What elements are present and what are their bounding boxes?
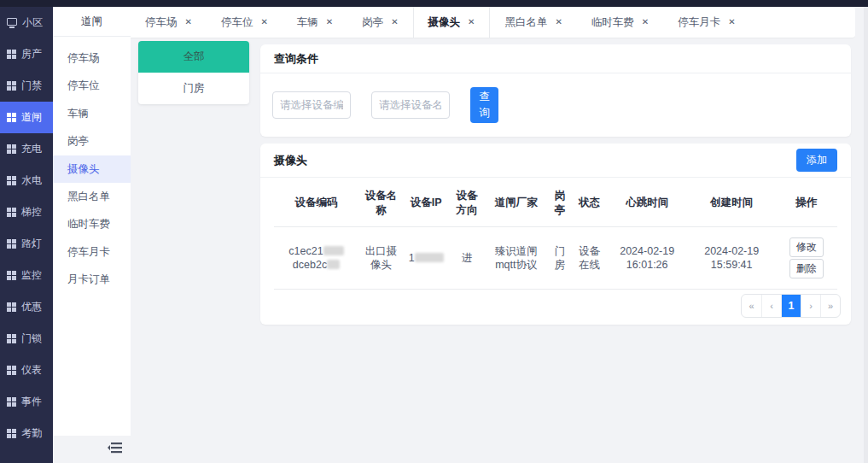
sidebar-item-utilities[interactable]: 水电 xyxy=(0,165,53,196)
collapse-sidebar-icon[interactable] xyxy=(108,441,123,455)
grid-icon xyxy=(7,50,16,59)
grid-icon xyxy=(7,113,16,122)
sidebar-item-attendance[interactable]: 考勤 xyxy=(0,418,53,449)
sidebar-item-label: 水电 xyxy=(21,173,42,188)
edit-button[interactable]: 修改 xyxy=(789,237,824,257)
submenu-item-parking-lot[interactable]: 停车场 xyxy=(53,44,131,72)
tab-parking-lot[interactable]: 停车场 xyxy=(131,7,207,38)
booth-filter-all[interactable]: 全部 xyxy=(138,41,249,73)
submenu-items: 停车场 停车位 车辆 岗亭 摄像头 黑白名单 临时车费 停车月卡 月卡订单 xyxy=(53,37,131,294)
tab-label: 车辆 xyxy=(297,15,318,30)
sidebar-item-elevator[interactable]: 梯控 xyxy=(0,196,53,228)
sidebar-item-label: 监控 xyxy=(21,268,42,283)
sidebar-item-events[interactable]: 事件 xyxy=(0,386,53,418)
table-header-row: 设备编码 设备名称 设备IP 设备方向 道闸厂家 岗亭 状态 心跳时间 创建时间… xyxy=(274,178,837,226)
sidebar-item-surveillance[interactable]: 监控 xyxy=(0,260,53,291)
query-panel: 查询条件 查询 xyxy=(260,44,851,137)
cell-created-time: 2024-02-19 15:59:41 xyxy=(688,226,775,289)
query-panel-header: 查询条件 xyxy=(260,44,851,73)
tab-label: 临时车费 xyxy=(591,15,634,30)
pagination-first[interactable]: « xyxy=(742,295,761,317)
cell-actions: 修改 删除 xyxy=(775,226,837,289)
col-device-name: 设备名称 xyxy=(358,178,404,226)
col-actions: 操作 xyxy=(775,178,837,226)
monitor-icon xyxy=(7,18,17,26)
submenu-item-vehicles[interactable]: 车辆 xyxy=(53,100,131,127)
pagination-prev[interactable]: ‹ xyxy=(761,295,781,317)
tab-label: 停车位 xyxy=(221,15,253,30)
primary-sidebar: 小区 房产 门禁 道闸 充电 水电 梯控 路灯 xyxy=(0,7,53,463)
search-button[interactable]: 查询 xyxy=(470,87,498,123)
sidebar-item-label: 房产 xyxy=(21,47,42,62)
sidebar-item-charging[interactable]: 充电 xyxy=(0,133,53,165)
submenu-item-booth[interactable]: 岗亭 xyxy=(53,127,131,155)
grid-icon xyxy=(7,334,16,343)
sidebar-item-discount[interactable]: 优惠 xyxy=(0,291,53,323)
grid-icon xyxy=(7,81,16,91)
scrollbar-track[interactable] xyxy=(864,7,868,463)
tab-temp-fee[interactable]: 临时车费 xyxy=(577,7,663,38)
close-icon[interactable] xyxy=(185,18,192,26)
pagination-next[interactable]: › xyxy=(801,295,820,317)
cell-status: 设备在线 xyxy=(573,226,607,289)
sidebar-item-doorlock[interactable]: 门锁 xyxy=(0,323,53,355)
pagination-page-1[interactable]: 1 xyxy=(781,295,801,317)
close-icon[interactable] xyxy=(468,18,475,26)
device-code-select[interactable] xyxy=(272,91,351,119)
sidebar-item-access[interactable]: 门禁 xyxy=(0,70,53,102)
sidebar-item-barrier[interactable]: 道闸 xyxy=(0,102,53,133)
grid-icon xyxy=(7,208,16,217)
sidebar-item-streetlamp[interactable]: 路灯 xyxy=(0,228,53,260)
submenu-item-blackwhite-list[interactable]: 黑白名单 xyxy=(53,183,131,210)
sidebar-item-label: 门锁 xyxy=(21,331,42,346)
tab-label: 摄像头 xyxy=(428,15,461,30)
tab-bar: 停车场 停车位 车辆 岗亭 摄像头 黑白名单 临时车费 停车月卡 xyxy=(131,7,855,38)
delete-button[interactable]: 删除 xyxy=(789,259,824,278)
app-window: 小区 房产 门禁 道闸 充电 水电 梯控 路灯 xyxy=(0,0,868,463)
close-icon[interactable] xyxy=(555,18,562,26)
sidebar-item-property[interactable]: 房产 xyxy=(0,38,53,70)
pagination-last[interactable]: » xyxy=(820,295,840,317)
tab-camera[interactable]: 摄像头 xyxy=(413,7,491,38)
submenu-item-monthly-card[interactable]: 停车月卡 xyxy=(53,238,131,266)
col-vendor: 道闸厂家 xyxy=(485,178,547,226)
query-panel-title: 查询条件 xyxy=(274,51,318,67)
close-icon[interactable] xyxy=(326,18,333,26)
grid-icon xyxy=(7,176,16,185)
tab-monthly-card[interactable]: 停车月卡 xyxy=(663,7,749,38)
sidebar-item-label: 仪表 xyxy=(21,363,42,378)
add-button[interactable]: 添加 xyxy=(796,149,837,172)
booth-filter-gatehouse[interactable]: 门房 xyxy=(138,73,249,104)
cell-device-code: c1ec21 dceb2c xyxy=(274,226,358,289)
booth-filter-panel: 全部 门房 xyxy=(138,41,249,104)
submenu-item-monthly-orders[interactable]: 月卡订单 xyxy=(53,266,131,293)
col-device-ip: 设备IP xyxy=(404,178,449,226)
close-icon[interactable] xyxy=(642,18,649,26)
col-booth: 岗亭 xyxy=(547,178,573,226)
submenu-item-parking-space[interactable]: 停车位 xyxy=(53,72,131,99)
grid-icon xyxy=(7,397,16,407)
sidebar-item-label: 考勤 xyxy=(21,426,42,441)
cell-device-direction: 进 xyxy=(449,226,486,289)
grid-icon xyxy=(7,366,16,375)
cell-device-name: 出口摄像头 xyxy=(358,226,404,289)
grid-icon xyxy=(7,271,16,280)
close-icon[interactable] xyxy=(728,18,735,26)
tab-parking-space[interactable]: 停车位 xyxy=(207,7,283,38)
sidebar-item-community[interactable]: 小区 xyxy=(0,7,53,38)
device-name-select[interactable] xyxy=(371,91,450,119)
close-icon[interactable] xyxy=(260,18,267,26)
pagination: « ‹ 1 › » xyxy=(741,294,841,318)
submenu-item-camera[interactable]: 摄像头 xyxy=(53,155,131,183)
tab-label: 停车场 xyxy=(145,15,178,30)
tab-vehicles[interactable]: 车辆 xyxy=(283,7,347,38)
tab-blackwhite-list[interactable]: 黑白名单 xyxy=(490,7,576,38)
col-created-time: 创建时间 xyxy=(688,178,775,226)
tab-booth[interactable]: 岗亭 xyxy=(347,7,412,38)
close-icon[interactable] xyxy=(391,18,398,26)
submenu-item-temp-fee[interactable]: 临时车费 xyxy=(53,210,131,237)
sidebar-item-meter[interactable]: 仪表 xyxy=(0,355,53,386)
col-heartbeat-time: 心跳时间 xyxy=(606,178,688,226)
tab-label: 岗亭 xyxy=(362,15,383,30)
col-device-code: 设备编码 xyxy=(274,178,358,226)
